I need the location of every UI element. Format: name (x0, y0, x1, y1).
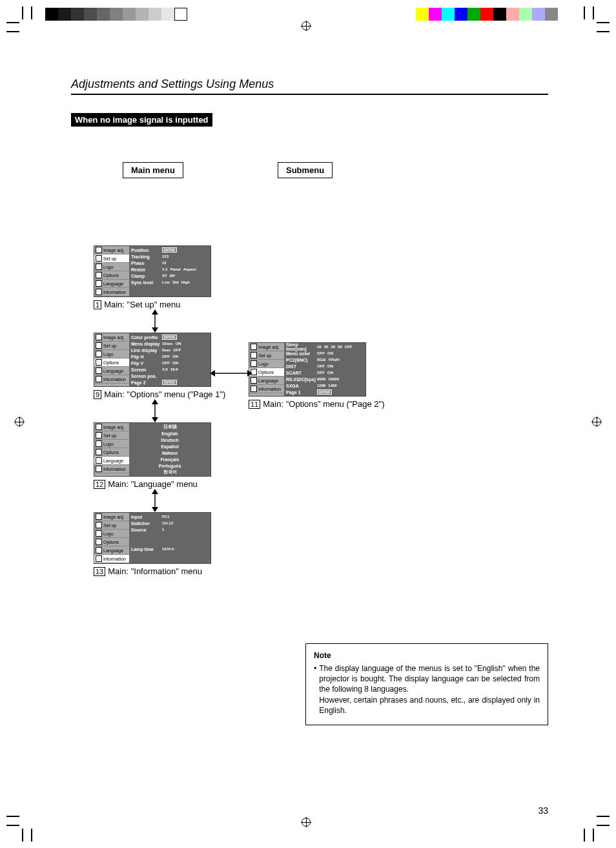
setting-value[interactable]: Aspect (183, 267, 196, 271)
setting-value[interactable]: ON (327, 364, 333, 368)
setting-value[interactable]: OFF (173, 348, 181, 352)
menu-sidebar-item[interactable]: Language (94, 280, 129, 288)
setting-value[interactable]: Panel (170, 267, 181, 271)
setting-value[interactable]: 9600 (317, 377, 325, 381)
menu-sidebar-item[interactable]: Information (249, 385, 284, 393)
menu-sidebar-item[interactable]: Image adj. (94, 246, 129, 254)
menu-sidebar-item[interactable]: Information (94, 465, 129, 473)
menu-item-icon (96, 264, 102, 270)
registration-target-icon (302, 21, 311, 30)
setting-value[interactable]: OFF (345, 345, 353, 349)
menu-sidebar-item[interactable]: Logo (94, 530, 129, 538)
setting-value[interactable]: Low (162, 280, 170, 284)
setting-value[interactable]: High (181, 280, 190, 284)
setting-value[interactable]: 123 (162, 254, 169, 258)
setting-value[interactable]: RGB (317, 358, 325, 362)
language-option[interactable]: 한국어 (163, 469, 177, 475)
setting-value[interactable]: OFF (317, 351, 325, 355)
menu-item-icon (96, 272, 102, 278)
setting-value[interactable]: 30 (331, 345, 335, 349)
setting-value[interactable]: 1 (162, 528, 164, 532)
setting-value[interactable]: ON (172, 361, 178, 365)
menu-sidebar-item[interactable]: Set up (94, 521, 129, 530)
setting-value[interactable]: OFF (317, 371, 325, 375)
menu-sidebar-item[interactable]: Logo (94, 350, 129, 358)
menu-sidebar-item[interactable]: Logo (249, 360, 284, 368)
menu-sidebar-item[interactable]: Set up (94, 431, 129, 440)
menu-sidebar-item[interactable]: Language (94, 457, 129, 465)
setting-value[interactable]: 1400 (328, 384, 336, 388)
menu-sidebar-item[interactable]: Image adj. (249, 343, 284, 351)
setting-value[interactable]: 1234 h (162, 547, 174, 551)
menu-item-label: Image adj. (103, 248, 125, 253)
menu-sidebar-item[interactable]: Information (94, 555, 129, 563)
menu-sidebar-item[interactable]: Logo (94, 440, 129, 448)
language-option[interactable]: Español (161, 444, 178, 449)
menu-sidebar-item[interactable]: Options (94, 538, 129, 546)
registration-target-icon (592, 417, 601, 426)
menu-item-icon (96, 432, 102, 439)
language-option[interactable]: Português (159, 464, 181, 468)
menu-sidebar-item[interactable]: Set up (249, 351, 284, 360)
menu-sidebar-item[interactable]: Image adj. (94, 333, 129, 342)
setting-value[interactable]: 10 (317, 345, 322, 349)
setting-value[interactable]: 16:9 (170, 367, 178, 371)
menu-sidebar-item[interactable]: Information (94, 288, 129, 296)
setting-value[interactable]: ON (327, 351, 333, 355)
setting-value[interactable]: CH.12 (162, 521, 173, 525)
setting-value[interactable]: OFF (162, 361, 170, 365)
printer-color-bar-cmyk (45, 8, 187, 21)
menu-sidebar-item[interactable]: Logo (94, 263, 129, 271)
setting-value[interactable]: BP (170, 274, 175, 278)
setting-value[interactable]: 60 (338, 345, 342, 349)
menu-item-icon (96, 530, 102, 537)
menu-sidebar-item[interactable]: Language (249, 377, 284, 385)
menu-sidebar-item[interactable]: Language (94, 546, 129, 555)
setting-value[interactable]: 19200 (328, 377, 339, 381)
enter-badge[interactable]: ENTER (162, 380, 177, 385)
setting-label: Flip V (131, 361, 162, 366)
language-option[interactable]: English (161, 431, 178, 436)
setting-label: Switcher (131, 521, 162, 526)
language-option[interactable]: Italiano (162, 451, 178, 455)
setting-value[interactable]: 1:1 (162, 267, 168, 271)
setting-label: Screen pos. (131, 374, 162, 378)
setting-value[interactable]: 1280 (317, 384, 325, 388)
menu-sidebar-item[interactable]: Options (94, 448, 129, 457)
menu-sidebar-item[interactable]: Language (94, 367, 129, 375)
setting-value[interactable]: OFF (162, 355, 170, 358)
menu-sidebar-item[interactable]: Options (94, 271, 129, 280)
setting-value[interactable]: ON (176, 342, 181, 346)
language-option[interactable]: Deutsch (161, 438, 179, 442)
menu-sidebar-item[interactable]: Information (94, 375, 129, 384)
menu-sidebar-item[interactable]: Set up (94, 342, 129, 350)
enter-badge[interactable]: ENTER (162, 335, 177, 340)
language-option[interactable]: Français (161, 457, 180, 462)
setting-value[interactable]: 4:3 (162, 367, 168, 371)
enter-badge[interactable]: ENTER (317, 389, 332, 395)
setting-value[interactable]: ST (162, 274, 167, 278)
setting-value[interactable]: 5sec (162, 348, 170, 352)
setting-value[interactable]: ON (327, 371, 333, 375)
setting-label: Source (131, 528, 162, 532)
setting-value[interactable]: ON (172, 355, 178, 358)
language-option[interactable]: 日本語 (163, 424, 177, 430)
figure-caption: Main: "Language" menu (108, 479, 198, 489)
setting-label: Position (131, 248, 162, 253)
menu-sidebar-item[interactable]: Image adj. (94, 423, 129, 431)
main-menu-label: Main menu (123, 162, 183, 178)
setting-value[interactable]: Std (172, 280, 179, 284)
enter-badge[interactable]: ENTER (162, 247, 177, 253)
menu-sidebar-item[interactable]: Set up (94, 254, 129, 263)
svg-marker-2 (152, 327, 158, 333)
setting-value[interactable]: YPbPr (328, 358, 340, 362)
setting-value[interactable]: OFF (317, 364, 325, 368)
menu-sidebar-item[interactable]: Image adj. (94, 513, 129, 521)
setting-value[interactable]: PC1 (162, 515, 170, 519)
setting-value[interactable]: 15sec (162, 342, 173, 346)
menu-sidebar-item[interactable]: Options (94, 358, 129, 367)
setting-value[interactable]: 20 (324, 345, 329, 349)
menu-item-icon (96, 555, 102, 562)
figure-caption: Main: "Options" menu ("Page 2") (263, 399, 384, 409)
setting-value[interactable]: 12 (162, 261, 167, 265)
